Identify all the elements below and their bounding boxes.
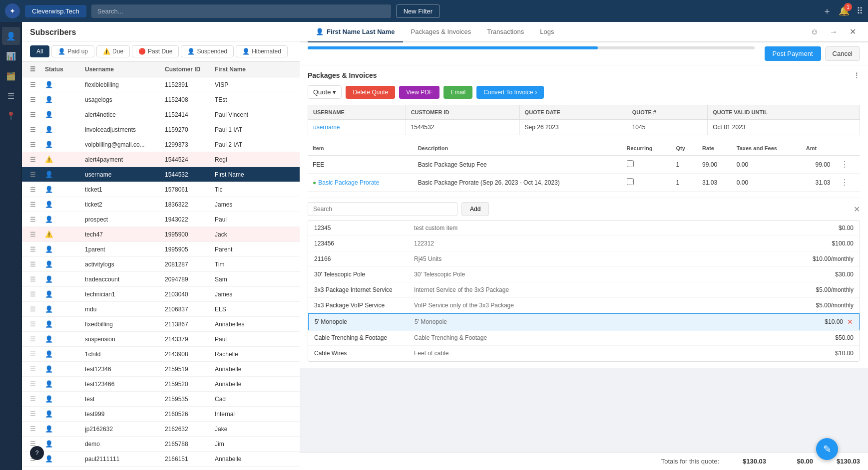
sidebar-icon-location[interactable]: 📍	[2, 107, 20, 125]
table-row[interactable]: ☰ 👤 test 2159535 Cad	[22, 392, 300, 407]
cancel-button[interactable]: Cancel	[825, 46, 860, 61]
grid-icon[interactable]: ⠿	[857, 5, 863, 16]
brand-name[interactable]: Cleverwisp.Tech	[25, 5, 86, 17]
packages-more-icon[interactable]: ⋮	[853, 71, 860, 79]
notification-icon[interactable]: 🔔 1	[839, 5, 850, 16]
table-row[interactable]: ☰ 👤 test23 2171999 Paul	[22, 467, 300, 470]
row-menu-icon[interactable]: ☰	[30, 186, 45, 193]
table-row[interactable]: ☰ 👤 tradeaccount 2094789 Sam	[22, 272, 300, 287]
row-menu-icon[interactable]: ☰	[30, 126, 45, 133]
row-menu-icon[interactable]: ☰	[30, 410, 45, 418]
remove-item-icon[interactable]: ✕	[847, 318, 853, 326]
table-row[interactable]: ☰ 👤 1child 2143908 Rachelle	[22, 347, 300, 362]
tab-profile[interactable]: 👤 First Name Last Name	[308, 22, 403, 42]
table-row[interactable]: ☰ 👤 demo 2165788 Jim	[22, 437, 300, 452]
smiley-icon-btn[interactable]: ☺	[807, 24, 822, 39]
table-row[interactable]: ☰ 👤 technician1 2103040 James	[22, 287, 300, 302]
table-row[interactable]: ☰ 👤 prospect 1943022 Paul	[22, 212, 300, 227]
row-menu-icon[interactable]: ☰	[30, 425, 45, 433]
tab-transactions[interactable]: Transactions	[479, 22, 532, 42]
dropdown-item[interactable]: 3x3 Package VoIP Service VoIP Service on…	[308, 298, 860, 313]
table-row[interactable]: ☰ ⚠️ alert4payment 1544524 Regi	[22, 152, 300, 167]
add-item-button[interactable]: Add	[461, 202, 489, 216]
row-menu-icon[interactable]: ☰	[30, 365, 45, 373]
filter-past-due[interactable]: 🔴 Past Due	[132, 45, 179, 57]
dropdown-item[interactable]: 5' Monopole 5' Monopole $10.00 ✕	[308, 313, 860, 330]
table-row[interactable]: ☰ 👤 jp2162632 2162632 Jake	[22, 422, 300, 437]
dropdown-item[interactable]: 30' Telescopic Pole 30' Telescopic Pole …	[308, 267, 860, 282]
item-search-input[interactable]	[308, 202, 457, 216]
row-menu-icon[interactable]: ☰	[30, 231, 45, 238]
tab-logs[interactable]: Logs	[532, 22, 562, 42]
row-menu-icon[interactable]: ☰	[30, 335, 45, 343]
close-search-button[interactable]: ✕	[854, 205, 860, 214]
table-row[interactable]: ☰ 👤 paul2111111 2166151 Annabelle	[22, 452, 300, 467]
table-row[interactable]: ☰ 👤 suspension 2143379 Paul	[22, 332, 300, 347]
table-row[interactable]: ☰ 👤 test12346 2159519 Annabelle	[22, 362, 300, 377]
table-row[interactable]: ☰ 👤 1parent 1995905 Parent	[22, 242, 300, 257]
dropdown-item[interactable]: Cable Trenching & Footage Cable Trenchin…	[308, 330, 860, 346]
row-menu-icon[interactable]: ☰	[30, 290, 45, 298]
filter-all[interactable]: All	[30, 45, 49, 57]
sidebar-icon-chart[interactable]: 📊	[2, 47, 20, 65]
row-menu-icon[interactable]: ☰	[30, 395, 45, 403]
table-row[interactable]: ☰ 👤 test123466 2159520 Annabelle	[22, 377, 300, 392]
table-row[interactable]: ☰ 👤 test999 2160526 Internal	[22, 407, 300, 422]
row-menu-icon[interactable]: ☰	[30, 320, 45, 328]
tab-packages[interactable]: Packages & Invoices	[403, 22, 479, 42]
filter-due[interactable]: ⚠️ Due	[96, 45, 130, 57]
help-button[interactable]: ?	[30, 446, 44, 460]
filter-suspended[interactable]: 👤 Suspended	[181, 45, 234, 57]
table-row[interactable]: ☰ 👤 voipbilling@gmail.co... 1299373 Paul…	[22, 137, 300, 152]
dropdown-item[interactable]: 12345 test custom item $0.00	[308, 221, 860, 236]
row-menu-icon[interactable]: ☰	[30, 201, 45, 208]
table-row[interactable]: ☰ 👤 ticket1 1578061 Tic	[22, 182, 300, 197]
row-menu-icon[interactable]: ☰	[30, 245, 45, 253]
filter-paid-up[interactable]: 👤 Paid up	[51, 45, 94, 57]
row-menu-icon[interactable]: ☰	[30, 350, 45, 358]
sidebar-icon-menu[interactable]: ☰	[2, 87, 20, 105]
table-row[interactable]: ☰ 👤 username 1544532 First Name	[22, 167, 300, 182]
dropdown-item[interactable]: Cable Wires Feet of cable $10.00	[308, 346, 860, 361]
sidebar-icon-users[interactable]: 👤	[2, 27, 20, 45]
email-button[interactable]: Email	[443, 86, 472, 99]
app-logo[interactable]: ✦	[5, 3, 20, 18]
row-menu-icon[interactable]: ☰	[30, 96, 45, 103]
table-row[interactable]: ☰ 👤 flexiblebilling 1152391 VISP	[22, 77, 300, 92]
row-menu-icon[interactable]: ☰	[30, 275, 45, 283]
table-row[interactable]: ☰ 👤 activitylogs 2081287 Tim	[22, 257, 300, 272]
row-menu-icon[interactable]: ☰	[30, 216, 45, 223]
quote-username-link[interactable]: username	[313, 124, 340, 131]
dropdown-item[interactable]: 21166 Rj45 Units $10.00/monthly	[308, 251, 860, 267]
row-menu-icon[interactable]: ☰	[30, 305, 45, 313]
item-fee-more[interactable]: ⋮	[836, 156, 861, 174]
delete-quote-button[interactable]: Delete Quote	[346, 86, 395, 99]
chat-fab[interactable]: ✎	[816, 438, 838, 460]
row-menu-icon[interactable]: ☰	[30, 81, 45, 88]
arrow-right-icon-btn[interactable]: →	[826, 24, 841, 39]
row-menu-icon[interactable]: ☰	[30, 171, 45, 178]
item-prorate-more[interactable]: ⋮	[836, 174, 861, 192]
table-row[interactable]: ☰ 👤 usagelogs 1152408 TEst	[22, 92, 300, 107]
add-icon[interactable]: ＋	[823, 5, 832, 17]
view-pdf-button[interactable]: View PDF	[399, 86, 439, 99]
table-row[interactable]: ☰ ⚠️ tech47 1995900 Jack	[22, 227, 300, 242]
row-menu-icon[interactable]: ☰	[30, 141, 45, 148]
global-search-input[interactable]	[91, 4, 391, 18]
table-row[interactable]: ☰ 👤 invoiceadjustments 1159270 Paul 1 IA…	[22, 122, 300, 137]
post-payment-button[interactable]: Post Payment	[765, 46, 821, 61]
dropdown-item[interactable]: 3x3 Package Internet Service Internet Se…	[308, 282, 860, 298]
table-row[interactable]: ☰ 👤 mdu 2106837 ELS	[22, 302, 300, 317]
filter-hibernated[interactable]: 👤 Hibernated	[236, 45, 288, 57]
table-row[interactable]: ☰ 👤 fixedbilling 2113867 Annabelles	[22, 317, 300, 332]
new-filter-button[interactable]: New Filter	[396, 4, 440, 18]
row-menu-icon[interactable]: ☰	[30, 156, 45, 163]
convert-to-invoice-button[interactable]: Convert To Invoice ›	[476, 86, 544, 99]
row-menu-icon[interactable]: ☰	[30, 380, 45, 388]
row-menu-icon[interactable]: ☰	[30, 111, 45, 118]
row-menu-icon[interactable]: ☰	[30, 260, 45, 268]
close-icon-btn[interactable]: ✕	[845, 24, 860, 39]
quote-dropdown[interactable]: Quote ▾	[308, 85, 342, 99]
sidebar-icon-folder[interactable]: 🗂️	[2, 67, 20, 85]
dropdown-item[interactable]: 123456 122312 $100.00	[308, 236, 860, 251]
